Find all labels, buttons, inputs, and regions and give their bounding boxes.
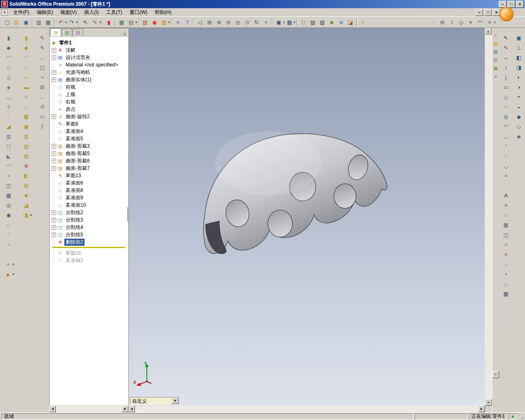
offset-surface-icon[interactable]: ≡ [21, 92, 31, 101]
tree-item[interactable]: ◇基准面8 [51, 187, 128, 194]
tree-item[interactable]: /基准轴2 [51, 257, 128, 264]
trim-entities-icon[interactable]: × [501, 250, 511, 259]
trim-surface-icon[interactable]: ▨ [21, 142, 31, 151]
radiate-surface-icon[interactable]: ☼ [21, 102, 31, 111]
document-icon[interactable]: S [2, 9, 8, 16]
lofted-surface-icon[interactable]: ◇ [21, 63, 31, 72]
top-view-icon[interactable]: ◓ [514, 92, 524, 101]
curve-through-xyz-icon[interactable]: ⊞ [37, 82, 47, 91]
select-tool-icon[interactable]: ↖ [501, 33, 511, 42]
model-canvas[interactable] [129, 28, 485, 406]
solidworks-resources-icon[interactable]: ⌂ [492, 32, 499, 39]
hole-wizard-icon[interactable]: ◉ [4, 210, 14, 219]
expand-toggle[interactable]: + [52, 144, 56, 148]
reference-point-tool-icon[interactable]: · [429, 18, 437, 27]
lofted-boss-icon[interactable]: ◇ [4, 63, 14, 72]
coordinate-system-icon[interactable]: + [4, 240, 14, 249]
hidden-lines-visible-icon[interactable]: ▨ [308, 18, 317, 27]
menu-view[interactable]: 视图(V) [57, 8, 80, 17]
arc-tool-icon[interactable]: ◠ [476, 18, 484, 27]
shell-icon[interactable]: ◻ [4, 142, 14, 151]
edit-color-dropdown-icon[interactable]: ▾ [168, 21, 170, 24]
propertymanager-tab[interactable]: ▧ [62, 29, 72, 36]
untrim-surface-icon[interactable]: ▧ [21, 151, 31, 160]
plane-tool-icon[interactable]: ◇ [457, 18, 466, 27]
sketch-entities-flyout-dropdown-icon[interactable]: ▾ [99, 21, 101, 24]
tree-item[interactable]: +▧曲面实体(1) [51, 76, 128, 83]
normal-to-icon[interactable]: ⊥ [514, 43, 524, 52]
bottom-view-icon[interactable]: ◒ [514, 102, 524, 111]
tree-item[interactable]: ◇前视 [51, 83, 128, 91]
zoom-to-selection-icon[interactable]: ⊙ [243, 18, 251, 27]
sketch-entities-flyout-button[interactable]: ✎▾ [90, 18, 101, 27]
save-icon[interactable]: ▣ [22, 18, 30, 27]
rotate-view-icon[interactable]: ↻ [252, 18, 261, 27]
mirror-entities-icon[interactable]: ◫ [501, 230, 511, 239]
viewport-vertical-scrollbar[interactable]: ▲ ▼ [485, 28, 492, 406]
tree-item[interactable]: +A注解 [51, 46, 128, 54]
menu-tools[interactable]: 工具(T) [103, 8, 126, 17]
3d-sketch-icon[interactable]: ✎ [37, 43, 47, 52]
expand-toggle[interactable]: + [52, 210, 56, 215]
point-icon[interactable]: · [501, 181, 511, 190]
collapse-task-pane-icon[interactable]: « [492, 73, 499, 80]
resize-grip[interactable] [518, 414, 524, 419]
instant3d-dropdown-icon[interactable]: ▾ [12, 272, 14, 276]
expand-toggle[interactable]: + [52, 159, 56, 163]
reference-plane-icon[interactable]: ◇ [4, 220, 14, 229]
shaded-with-edges-icon[interactable]: ■ [327, 18, 336, 27]
new-document-icon[interactable]: ▢ [3, 18, 11, 27]
tree-item[interactable]: ◇基准面5 [51, 135, 128, 142]
print-preview-icon[interactable]: ▦ [44, 18, 52, 27]
parabola-icon[interactable]: ◡ [501, 161, 511, 170]
cutout-hole[interactable] [334, 184, 356, 208]
cutout-hole[interactable] [268, 210, 292, 237]
menu-insert[interactable]: 插入(I) [80, 8, 102, 17]
thickened-cut-icon[interactable]: ◪ [21, 201, 31, 210]
replace-face-icon[interactable]: ◧ [21, 171, 31, 180]
three-point-arc-icon[interactable]: ◜ [501, 142, 511, 151]
dimetric-view-icon[interactable]: ◈ [514, 132, 524, 141]
swept-cut-icon[interactable]: ◡ [4, 92, 14, 101]
chamfer-icon[interactable]: ◢ [4, 122, 14, 131]
tree-item[interactable]: ≡Material <not specified> [51, 61, 128, 68]
menu-help[interactable]: 帮助(H) [151, 8, 175, 17]
front-view-icon[interactable]: ◧ [514, 53, 524, 62]
zoom-to-fit-icon[interactable]: ◎ [233, 18, 242, 27]
help-icon[interactable]: ? [183, 18, 192, 27]
curves-flyout-dropdown-icon[interactable]: ▾ [12, 262, 14, 266]
face-curves-icon[interactable]: ▦ [501, 220, 511, 229]
edit-color-button[interactable]: ▧▾ [159, 18, 170, 27]
expand-toggle[interactable]: + [52, 114, 56, 119]
reference-point-icon[interactable]: · [4, 250, 14, 259]
close-button[interactable]: × [516, 1, 524, 8]
revolved-boss-icon[interactable]: ◆ [4, 43, 14, 52]
undo-icon[interactable]: ↶ [57, 18, 65, 27]
extruded-cut-icon[interactable]: ▯ [4, 73, 14, 82]
search-icon[interactable]: ◎ [492, 56, 499, 64]
tree-item[interactable]: ⊗删除面2 [51, 238, 128, 246]
edit-color-icon[interactable]: ▧ [160, 18, 168, 27]
view-orientation-dropdown-icon[interactable]: ▾ [294, 21, 295, 24]
tree-item[interactable]: +◫分割线2 [51, 209, 128, 216]
graphics-viewport[interactable]: Y X 自定义 ▾ [128, 28, 485, 406]
configurationmanager-tab[interactable]: ▨ [73, 29, 83, 36]
minimize-button[interactable]: – [499, 1, 507, 8]
sketch-icon[interactable]: ✎ [37, 33, 47, 42]
tree-item[interactable]: ◇基准面4 [51, 128, 128, 135]
ruled-surface-icon[interactable]: ▤ [21, 181, 31, 190]
planar-surface-icon[interactable]: ▬ [21, 82, 31, 91]
curve-through-points-icon[interactable]: … [37, 92, 47, 101]
spline-tool-icon[interactable]: ≈ [485, 18, 494, 27]
composite-curve-icon[interactable]: ≈ [37, 73, 47, 82]
line-tool-icon[interactable]: / [447, 18, 456, 27]
boundary-surface-icon[interactable]: ▭ [21, 73, 31, 82]
featuremanager-tab[interactable]: ▤ [50, 28, 61, 36]
linear-pattern-icon[interactable]: ▦ [4, 191, 14, 200]
tree-horizontal-scrollbar[interactable]: ◀ ▶ [49, 406, 128, 412]
equation-driven-curve-icon[interactable]: ƒ [37, 122, 47, 131]
tree-item[interactable]: +▨曲面-剪裁5 [51, 150, 128, 157]
scroll-down-icon[interactable]: ▼ [485, 399, 492, 406]
reference-axis-icon[interactable]: / [4, 230, 14, 239]
revolved-surface-icon[interactable]: ◆ [21, 43, 31, 52]
